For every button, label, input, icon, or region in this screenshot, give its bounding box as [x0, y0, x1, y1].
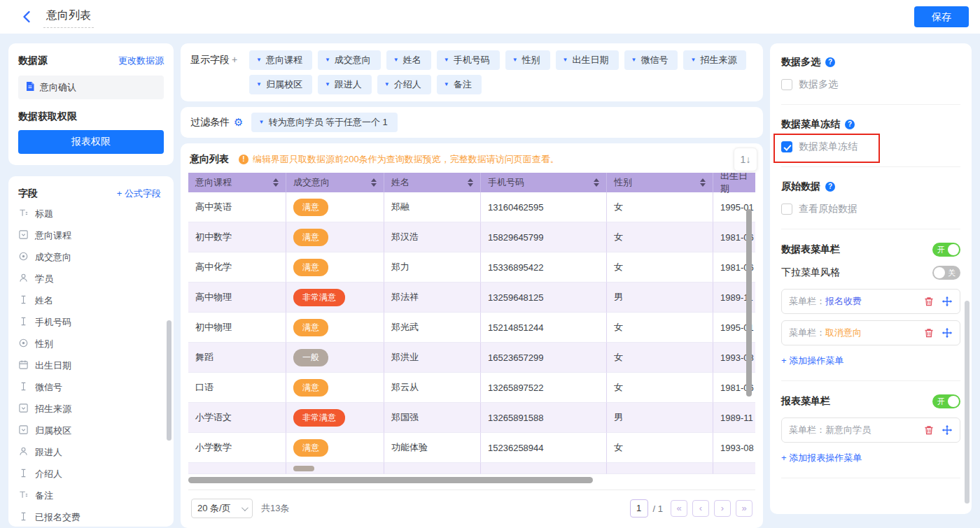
- satisfaction-badge: 满意: [293, 229, 328, 246]
- table-row[interactable]: 高中英语 满意 郑融 13160462595 女 1995-01: [188, 192, 755, 222]
- add-action-menu-link[interactable]: + 添加操作菜单: [781, 355, 844, 367]
- field-chip[interactable]: ▼出生日期: [556, 50, 619, 70]
- display-fields-card: 显示字段+ ▼意向课程 ▼成交意向 ▼姓名 ▼手机号码 ▼性别 ▼出生日期 ▼微…: [181, 43, 763, 101]
- multi-select-checkbox[interactable]: [781, 79, 792, 90]
- menu-item-value[interactable]: 取消意向: [825, 327, 862, 339]
- multi-select-option[interactable]: 数据多选: [781, 78, 960, 91]
- satisfaction-badge: 一般: [293, 349, 328, 366]
- move-icon[interactable]: [941, 424, 953, 436]
- table-row[interactable]: [188, 463, 755, 474]
- table-row[interactable]: 高中物理 非常满意 郑法祥 13259648125 男 1989-11: [188, 283, 755, 313]
- sort-icon[interactable]: [700, 178, 706, 187]
- field-chip[interactable]: ▼备注: [437, 75, 482, 94]
- first-page-icon[interactable]: «: [671, 500, 687, 517]
- field-item[interactable]: 成交意向: [18, 246, 169, 268]
- column-header[interactable]: 意向课程: [188, 173, 286, 192]
- save-button[interactable]: 保存: [914, 6, 969, 27]
- next-page-icon[interactable]: ›: [714, 500, 731, 517]
- satisfaction-badge: 满意: [293, 379, 328, 397]
- field-item[interactable]: 学员: [18, 268, 169, 290]
- field-chip[interactable]: ▼意向课程: [249, 50, 312, 70]
- delete-icon[interactable]: [923, 327, 934, 338]
- toggle-knob: [948, 244, 959, 255]
- settings-scrollbar[interactable]: [965, 301, 969, 504]
- field-chip[interactable]: ▼跟进人: [318, 75, 372, 94]
- column-header[interactable]: 性别: [607, 173, 713, 192]
- dropdown-style-toggle[interactable]: 关: [932, 266, 960, 280]
- move-icon[interactable]: [941, 296, 953, 307]
- sort-icon[interactable]: [273, 178, 279, 187]
- table-menu-toggle[interactable]: 开: [932, 243, 960, 257]
- table-row[interactable]: 口语 满意 郑云从 13265897522 女 1981-06: [188, 373, 755, 403]
- field-item[interactable]: 姓名: [18, 290, 169, 311]
- field-item[interactable]: 标题: [18, 203, 169, 224]
- menu-item-value[interactable]: 新意向学员: [825, 424, 871, 436]
- raw-data-checkbox[interactable]: [781, 204, 792, 215]
- fields-scrollbar[interactable]: [167, 320, 172, 441]
- table-row[interactable]: 高中化学 满意 郑力 15336895422 女 1981-06: [188, 252, 755, 283]
- help-icon[interactable]: ?: [825, 182, 835, 192]
- field-chip[interactable]: ▼手机号码: [437, 50, 500, 70]
- table-row[interactable]: 舞蹈 一般 郑洪业 16523657299 女 1993-08: [188, 343, 755, 373]
- column-header[interactable]: 成交意向: [286, 173, 384, 192]
- field-item[interactable]: 归属校区: [18, 420, 169, 441]
- field-chip[interactable]: ▼性别: [505, 50, 550, 70]
- report-permission-button[interactable]: 报表权限: [18, 130, 164, 154]
- field-chip[interactable]: ▼成交意向: [318, 50, 381, 70]
- last-page-icon[interactable]: »: [736, 500, 752, 517]
- sort-icon[interactable]: [594, 178, 599, 187]
- sort-icon[interactable]: [371, 178, 377, 187]
- sort-order-tool-icon[interactable]: 1↓: [734, 148, 757, 171]
- field-item[interactable]: 招生来源: [18, 398, 169, 420]
- menu-freeze-checkbox[interactable]: [781, 141, 792, 152]
- add-display-field-button[interactable]: +: [232, 54, 237, 65]
- page-size-select[interactable]: 20 条/页: [191, 499, 253, 518]
- add-report-menu-link[interactable]: + 添加报表操作菜单: [781, 452, 862, 464]
- delete-icon[interactable]: [923, 296, 934, 307]
- help-icon[interactable]: ?: [825, 57, 835, 67]
- report-menu-toggle[interactable]: 开: [932, 394, 960, 408]
- field-item[interactable]: 手机号码: [18, 311, 169, 333]
- field-item[interactable]: 介绍人: [18, 463, 169, 485]
- field-chip[interactable]: ▼招生来源: [683, 50, 746, 70]
- field-item[interactable]: 意向课程: [18, 224, 169, 246]
- back-icon[interactable]: [20, 9, 35, 24]
- display-fields-label: 显示字段+: [190, 50, 242, 94]
- page-number-input[interactable]: 1: [630, 499, 648, 518]
- field-chip[interactable]: ▼介绍人: [377, 75, 431, 94]
- filter-condition-chip[interactable]: ▼ 转为意向学员 等于任意一个 1: [251, 113, 397, 132]
- help-icon[interactable]: ?: [845, 120, 855, 129]
- field-item[interactable]: 微信号: [18, 376, 169, 398]
- column-header[interactable]: 出生日期: [713, 173, 755, 192]
- field-item[interactable]: 已报名交费: [18, 506, 169, 527]
- field-chip[interactable]: ▼归属校区: [249, 75, 312, 94]
- add-formula-field-link[interactable]: + 公式字段: [117, 187, 161, 200]
- field-item[interactable]: 跟进人: [18, 441, 169, 463]
- menu-item-value[interactable]: 报名收费: [825, 295, 862, 308]
- field-chip[interactable]: ▼姓名: [386, 50, 431, 70]
- table-vertical-scrollbar[interactable]: [746, 209, 752, 397]
- table-row[interactable]: 小学数学 满意 功能体验 15236258944 女 1993-08: [188, 433, 755, 463]
- delete-icon[interactable]: [923, 424, 934, 436]
- column-header[interactable]: 手机号码: [481, 173, 607, 192]
- prev-page-icon[interactable]: ‹: [692, 500, 709, 517]
- table-row[interactable]: 初中物理 满意 郑光武 15214851244 女 1995-01: [188, 313, 755, 343]
- column-header[interactable]: 姓名: [384, 173, 481, 192]
- field-item[interactable]: 出生日期: [18, 355, 169, 376]
- report-menu-title: 报表菜单栏: [781, 395, 830, 408]
- preview-table-card: 1↓ 意向列表 ! 编辑界面只取数据源前200条作为查询数据预览，完整数据请访问…: [181, 143, 763, 528]
- field-item[interactable]: 性别: [18, 333, 169, 355]
- satisfaction-badge: 非常满意: [293, 409, 345, 427]
- gear-icon[interactable]: ⚙: [234, 116, 243, 129]
- sort-icon[interactable]: [468, 178, 473, 187]
- table-row[interactable]: 小学语文 非常满意 郑国强 13265891588 男 1989-11: [188, 403, 755, 433]
- change-datasource-link[interactable]: 更改数据源: [118, 55, 164, 67]
- move-icon[interactable]: [941, 327, 953, 338]
- field-chip[interactable]: ▼微信号: [624, 50, 678, 70]
- field-item[interactable]: 备注: [18, 485, 169, 506]
- table-row[interactable]: 初中数学 满意 郑汉浩 15829645799 女 1981-06: [188, 222, 755, 252]
- datasource-item[interactable]: 意向确认: [18, 76, 164, 99]
- table-horizontal-scrollbar[interactable]: [188, 477, 593, 483]
- menu-freeze-option[interactable]: 数据菜单冻结: [781, 141, 886, 153]
- raw-data-option[interactable]: 查看原始数据: [781, 203, 960, 215]
